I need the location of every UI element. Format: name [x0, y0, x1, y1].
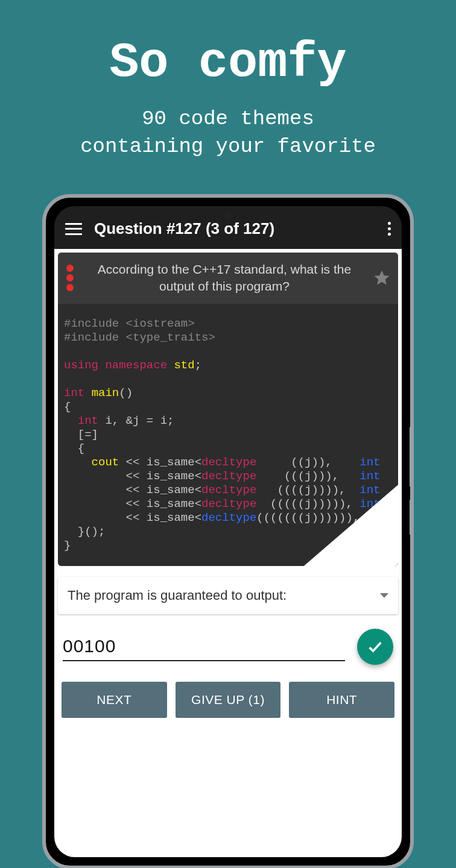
code-token: int [359, 483, 380, 497]
code-token: is_same [147, 470, 195, 483]
action-buttons-row: NEXT GIVE UP (1) HINT [54, 671, 402, 729]
code-token: main [92, 386, 119, 400]
question-card: According to the C++17 standard, what is… [58, 253, 398, 566]
code-token: decltype [201, 470, 256, 483]
code-token: namespace [105, 359, 167, 372]
promo-title: So comfy [0, 35, 456, 91]
code-token: int [359, 497, 380, 511]
chevron-down-icon [380, 593, 388, 598]
promo-subtitle-line1: 90 code themes [142, 107, 314, 130]
code-token: decltype [201, 483, 256, 497]
code-token: int [367, 511, 387, 524]
phone-side-button [410, 427, 413, 487]
answer-type-dropdown[interactable]: The program is guaranteed to output: [58, 577, 398, 614]
app-bar-title: Question #127 (3 of 127) [94, 219, 375, 238]
question-header: According to the C++17 standard, what is… [58, 253, 398, 304]
code-token: decltype [201, 511, 256, 524]
answer-input-row [54, 614, 402, 671]
code-token: int [359, 456, 380, 469]
code-token: decltype [201, 497, 256, 511]
code-line: #include <iostream> [64, 317, 195, 330]
submit-button[interactable] [357, 629, 393, 665]
give-up-button[interactable]: GIVE UP (1) [176, 682, 281, 718]
answer-input[interactable] [63, 632, 345, 661]
more-icon[interactable] [387, 222, 391, 236]
hint-button[interactable]: HINT [289, 682, 394, 718]
code-block: #include <iostream> #include <type_trait… [58, 304, 398, 566]
code-token: is_same [147, 456, 195, 469]
phone-screen: Question #127 (3 of 127) According to th… [54, 206, 402, 857]
question-text: According to the C++17 standard, what is… [82, 261, 367, 295]
code-token: std [174, 359, 194, 372]
menu-icon[interactable] [65, 223, 82, 235]
code-token: decltype [201, 456, 256, 469]
difficulty-dots-icon [64, 265, 76, 291]
code-token: int [64, 386, 84, 400]
phone-side-button [410, 499, 413, 535]
promo-subtitle: 90 code themes containing your favorite [0, 105, 456, 161]
phone-frame: Question #127 (3 of 127) According to th… [42, 194, 414, 868]
code-token: cout [92, 456, 119, 469]
code-token: is_same [147, 497, 195, 511]
answer-type-label: The program is guaranteed to output: [68, 588, 287, 603]
code-token: using [64, 359, 98, 372]
content-area: According to the C++17 standard, what is… [54, 249, 402, 857]
favorite-star-icon[interactable] [373, 269, 391, 287]
code-token: is_same [147, 511, 195, 524]
code-token: int [359, 470, 380, 483]
next-button[interactable]: NEXT [62, 682, 167, 718]
code-token: int [78, 414, 98, 427]
check-icon [367, 638, 384, 655]
code-token: is_same [147, 483, 195, 497]
code-token: i, &j = i; [98, 414, 174, 427]
code-line: #include <type_traits> [64, 331, 215, 344]
promo-subtitle-line2: containing your favorite [80, 135, 376, 158]
app-bar: Question #127 (3 of 127) [54, 206, 402, 249]
